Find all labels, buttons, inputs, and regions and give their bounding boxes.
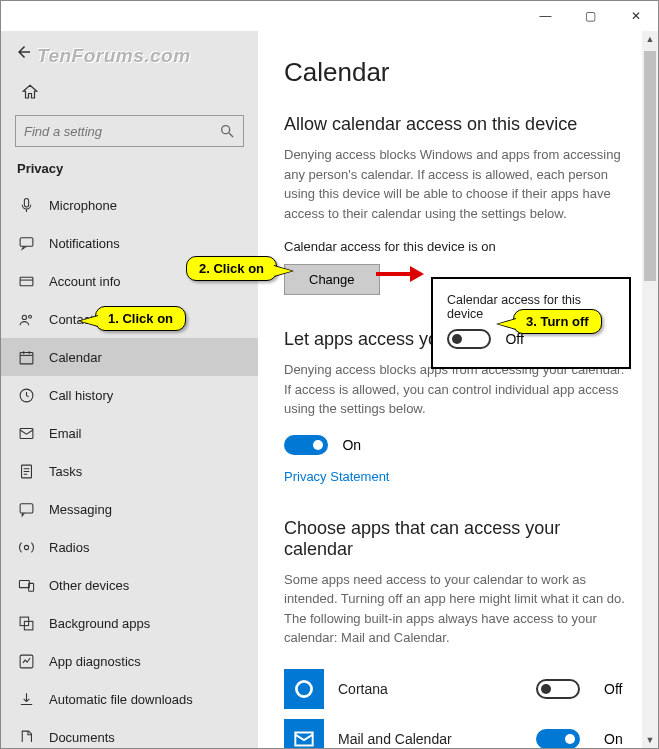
main-panel: ▲ ▼ Calendar Allow calendar access on th… bbox=[258, 31, 658, 748]
radio-icon bbox=[17, 539, 35, 556]
bg-icon bbox=[17, 615, 35, 632]
sidebar-item-radios[interactable]: Radios bbox=[1, 528, 258, 566]
section-device-access: Allow calendar access on this device Den… bbox=[284, 114, 632, 295]
contacts-icon bbox=[17, 311, 35, 328]
watermark: TenForums.com bbox=[37, 45, 191, 67]
svg-rect-12 bbox=[20, 428, 33, 438]
sidebar-item-label: Automatic file downloads bbox=[49, 692, 193, 707]
toggle-label: Off bbox=[604, 681, 632, 697]
bubble-icon bbox=[17, 235, 35, 252]
search-icon bbox=[219, 123, 235, 139]
app-toggle[interactable] bbox=[536, 729, 580, 749]
sidebar-item-label: Microphone bbox=[49, 198, 117, 213]
mic-icon bbox=[17, 197, 35, 214]
privacy-statement-link[interactable]: Privacy Statement bbox=[284, 469, 632, 484]
sidebar-item-label: Calendar bbox=[49, 350, 102, 365]
sidebar-item-label: Email bbox=[49, 426, 82, 441]
section-heading: Choose apps that can access your calenda… bbox=[284, 518, 632, 560]
scrollbar[interactable]: ▲ ▼ bbox=[642, 31, 658, 748]
sidebar-item-label: Documents bbox=[49, 730, 115, 743]
sidebar-item-label: Radios bbox=[49, 540, 89, 555]
category-heading: Privacy bbox=[1, 161, 258, 186]
sidebar-item-label: Other devices bbox=[49, 578, 129, 593]
sidebar-item-other-devices[interactable]: Other devices bbox=[1, 566, 258, 604]
sidebar-item-label: Tasks bbox=[49, 464, 82, 479]
app-toggle[interactable] bbox=[536, 679, 580, 699]
diag-icon bbox=[17, 653, 35, 670]
back-button[interactable] bbox=[9, 37, 39, 67]
toggle-label: On bbox=[604, 731, 632, 747]
svg-rect-14 bbox=[20, 503, 33, 512]
svg-marker-28 bbox=[410, 266, 424, 282]
home-icon bbox=[21, 83, 39, 101]
sidebar-item-calendar[interactable]: Calendar bbox=[1, 338, 258, 376]
window-titlebar: — ▢ ✕ bbox=[1, 1, 658, 31]
clock-icon bbox=[17, 387, 35, 404]
annotation-callout-1: 1. Click on bbox=[95, 306, 186, 331]
page-title: Calendar bbox=[284, 57, 632, 88]
sidebar-item-label: Messaging bbox=[49, 502, 112, 517]
arrow-left-icon bbox=[15, 43, 33, 61]
doc-icon bbox=[17, 729, 35, 743]
access-status: Calendar access for this device is on bbox=[284, 239, 632, 254]
section-choose-apps: Choose apps that can access your calenda… bbox=[284, 518, 632, 749]
svg-point-5 bbox=[22, 315, 26, 319]
change-button[interactable]: Change bbox=[284, 264, 380, 295]
sidebar-item-microphone[interactable]: Microphone bbox=[1, 186, 258, 224]
sidebar-item-automatic-file-downloads[interactable]: Automatic file downloads bbox=[1, 680, 258, 718]
sidebar-item-app-diagnostics[interactable]: App diagnostics bbox=[1, 642, 258, 680]
mail-icon bbox=[17, 425, 35, 442]
scroll-up-icon[interactable]: ▲ bbox=[642, 31, 658, 47]
tasks-icon bbox=[17, 463, 35, 480]
section-description: Denying access blocks Windows and apps f… bbox=[284, 145, 632, 223]
sidebar-item-call-history[interactable]: Call history bbox=[1, 376, 258, 414]
svg-point-15 bbox=[24, 545, 28, 549]
app-icon bbox=[284, 719, 324, 749]
svg-rect-7 bbox=[20, 352, 33, 363]
devices-icon bbox=[17, 577, 35, 594]
sidebar-item-messaging[interactable]: Messaging bbox=[1, 490, 258, 528]
calendar-icon bbox=[17, 349, 35, 366]
annotation-callout-2: 2. Click on bbox=[186, 256, 277, 281]
sidebar: Privacy MicrophoneNotificationsAccount i… bbox=[1, 31, 258, 748]
app-icon bbox=[284, 669, 324, 709]
home-button[interactable] bbox=[15, 77, 45, 107]
scroll-thumb[interactable] bbox=[644, 51, 656, 281]
close-button[interactable]: ✕ bbox=[613, 1, 658, 31]
dl-icon bbox=[17, 691, 35, 708]
sidebar-item-label: Call history bbox=[49, 388, 113, 403]
app-row: Mail and CalendarOn bbox=[284, 714, 632, 749]
search-box[interactable] bbox=[15, 115, 244, 147]
svg-rect-2 bbox=[20, 237, 33, 246]
sidebar-item-label: Notifications bbox=[49, 236, 120, 251]
sidebar-item-label: App diagnostics bbox=[49, 654, 141, 669]
minimize-button[interactable]: — bbox=[523, 1, 568, 31]
section-description: Some apps need access to your calendar t… bbox=[284, 570, 632, 648]
svg-rect-16 bbox=[19, 580, 29, 587]
app-row: CortanaOff bbox=[284, 664, 632, 714]
sidebar-item-documents[interactable]: Documents bbox=[1, 718, 258, 742]
sidebar-item-label: Background apps bbox=[49, 616, 150, 631]
scroll-down-icon[interactable]: ▼ bbox=[642, 732, 658, 748]
svg-line-1 bbox=[229, 133, 233, 137]
sidebar-item-email[interactable]: Email bbox=[1, 414, 258, 452]
apps-access-toggle[interactable] bbox=[284, 435, 328, 455]
annotation-callout-3: 3. Turn off bbox=[513, 309, 602, 334]
app-name: Cortana bbox=[338, 681, 522, 697]
svg-point-0 bbox=[222, 126, 230, 134]
app-name: Mail and Calendar bbox=[338, 731, 522, 747]
sidebar-item-background-apps[interactable]: Background apps bbox=[1, 604, 258, 642]
sidebar-item-label: Account info bbox=[49, 274, 121, 289]
svg-point-23 bbox=[296, 681, 311, 696]
device-access-toggle[interactable] bbox=[447, 329, 491, 349]
card-icon bbox=[17, 273, 35, 290]
sidebar-item-tasks[interactable]: Tasks bbox=[1, 452, 258, 490]
annotation-arrow-icon bbox=[374, 263, 424, 285]
section-heading: Allow calendar access on this device bbox=[284, 114, 632, 135]
msg-icon bbox=[17, 501, 35, 518]
toggle-label: On bbox=[342, 437, 361, 453]
search-input[interactable] bbox=[24, 124, 219, 139]
svg-point-6 bbox=[28, 315, 31, 318]
maximize-button[interactable]: ▢ bbox=[568, 1, 613, 31]
svg-rect-3 bbox=[20, 277, 33, 286]
